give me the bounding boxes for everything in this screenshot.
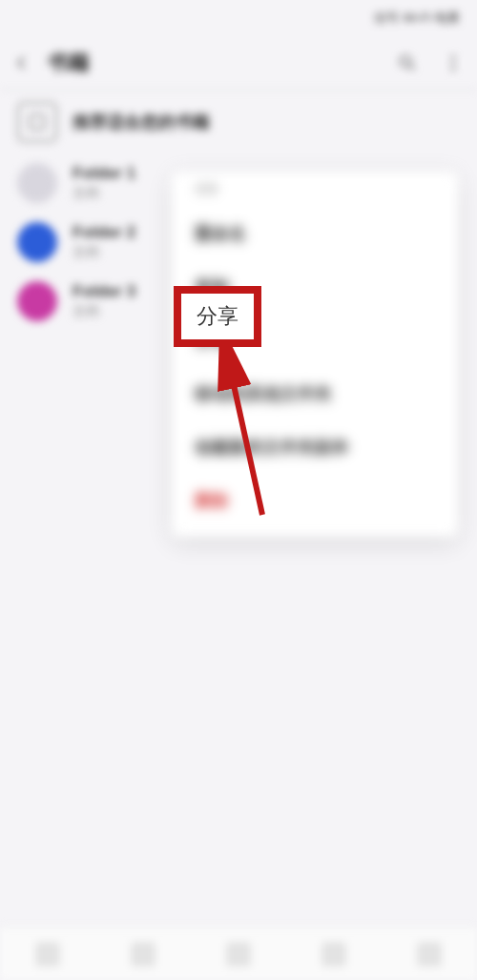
suggestion-row[interactable]: 推荐适合您的书籍 — [0, 91, 477, 153]
more-icon[interactable] — [443, 52, 464, 73]
highlight-label: 分享 — [197, 302, 238, 331]
svg-point-3 — [451, 68, 455, 71]
svg-point-2 — [451, 61, 455, 65]
page-title: 书籍 — [48, 49, 372, 77]
bottom-nav — [0, 927, 477, 980]
menu-item-duplicate[interactable]: 创建新的文件夹副本 — [172, 420, 458, 474]
nav-item[interactable] — [417, 942, 442, 967]
status-bar: 信号 Wi-Fi 电量 — [0, 0, 477, 36]
app-header: 书籍 — [0, 36, 477, 90]
menu-header: 选项 — [172, 181, 458, 207]
suggestion-icon — [17, 102, 57, 142]
menu-item-delete[interactable]: 删除 — [172, 474, 458, 527]
nav-item[interactable] — [321, 942, 346, 967]
menu-item-rename[interactable]: 重命名 — [172, 207, 458, 260]
back-icon[interactable] — [13, 54, 31, 71]
suggestion-text: 推荐适合您的书籍 — [73, 111, 210, 133]
highlight-share-button[interactable]: 分享 — [174, 286, 261, 347]
avatar — [17, 163, 57, 203]
avatar — [17, 222, 57, 262]
svg-point-1 — [451, 55, 455, 59]
nav-item[interactable] — [131, 942, 156, 967]
nav-item[interactable] — [35, 942, 60, 967]
avatar — [17, 281, 57, 321]
status-icons: 信号 Wi-Fi 电量 — [374, 10, 460, 27]
nav-item[interactable] — [226, 942, 251, 967]
svg-point-0 — [401, 56, 411, 67]
search-icon[interactable] — [397, 52, 418, 73]
svg-rect-4 — [31, 115, 45, 130]
menu-item-move[interactable]: 移动到其他文件夹 — [172, 367, 458, 420]
context-menu: 选项 重命名 复制 分享 移动到其他文件夹 创建新的文件夹副本 删除 — [172, 172, 458, 537]
